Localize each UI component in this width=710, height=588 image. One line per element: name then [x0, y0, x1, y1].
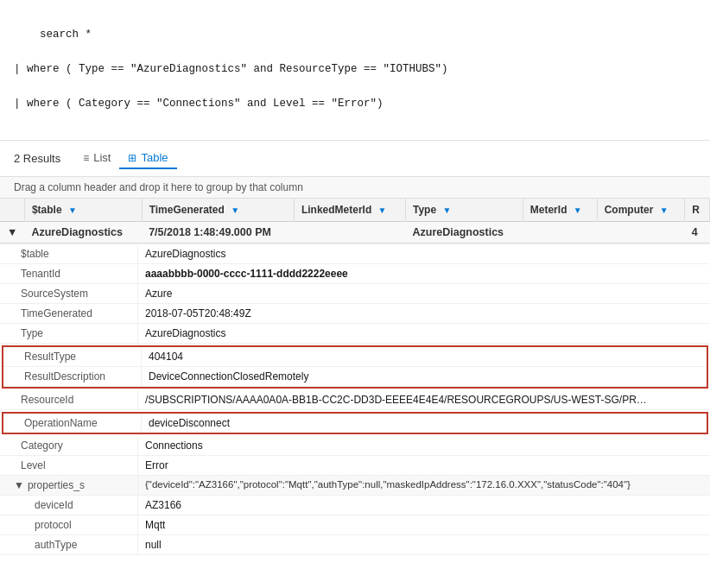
tab-table[interactable]: ⊞ Table	[119, 148, 176, 169]
detail-value-sourcesystem: Azure	[138, 284, 179, 303]
col-timegenerated[interactable]: TimeGenerated ▼	[142, 199, 294, 222]
detail-key-timegenerated: TimeGenerated	[0, 304, 138, 323]
query-line1: search *	[40, 28, 92, 41]
sub-detail-key-deviceid: deviceId	[0, 496, 138, 515]
query-area: search * | where ( Type == "AzureDiagnos…	[0, 0, 710, 141]
col-r[interactable]: R	[685, 199, 710, 222]
filter-linked-icon[interactable]: ▼	[378, 205, 387, 215]
results-count: 2 Results	[14, 152, 60, 165]
tab-table-label: Table	[141, 151, 168, 164]
query-line2: | where ( Type == "AzureDiagnostics" and…	[14, 63, 448, 75]
sub-detail-row-protocol: protocol Mqtt	[0, 515, 710, 535]
detail-section-row: $table AzureDiagnostics TenantId aaaabbb…	[0, 243, 710, 556]
detail-row-resultdesc: ResultDescription DeviceConnectionClosed…	[3, 367, 707, 387]
col-stable[interactable]: $table ▼	[24, 199, 142, 222]
detail-value-type: AzureDiagnostics	[138, 324, 232, 343]
filter-meter-icon[interactable]: ▼	[574, 205, 582, 215]
detail-row-resulttype: ResultType 404104	[3, 347, 707, 367]
detail-key-type: Type	[0, 324, 138, 343]
list-icon: ≡	[83, 152, 89, 164]
detail-key-resourceid: ResourceId	[0, 390, 138, 409]
results-table: $table ▼ TimeGenerated ▼ LinkedMeterId ▼…	[0, 199, 710, 555]
drag-hint: Drag a column header and drop it here to…	[0, 177, 710, 199]
detail-row-type: Type AzureDiagnostics	[0, 324, 710, 344]
group-computer-value	[597, 222, 685, 243]
group-stable-value: AzureDiagnostics	[24, 222, 142, 243]
detail-value-operationname: deviceDisconnect	[142, 414, 237, 433]
query-line3: | where ( Category == "Connections" and …	[14, 98, 384, 110]
sub-detail-value-protocol: Mqtt	[138, 515, 172, 534]
detail-row-operationname: OperationName deviceDisconnect	[3, 414, 707, 433]
sub-group-key-properties: ▼properties_s	[0, 476, 138, 495]
detail-row-stable: $table AzureDiagnostics	[0, 244, 710, 264]
detail-value-resultdesc: DeviceConnectionClosedRemotely	[142, 367, 315, 386]
group-type-value: AzureDiagnostics	[405, 222, 523, 243]
detail-row-resourceid: ResourceId /SUBSCRIPTIONS/AAAA0A0A-BB1B-…	[0, 390, 710, 410]
sub-detail-row-authtype: authType null	[0, 535, 710, 555]
detail-value-timegenerated: 2018-07-05T20:48:49Z	[138, 304, 258, 323]
detail-value-resulttype: 404104	[142, 347, 190, 366]
filter-type-icon[interactable]: ▼	[442, 205, 451, 215]
detail-row-category: Category Connections	[0, 436, 710, 456]
results-header: 2 Results ≡ List ⊞ Table	[0, 141, 710, 177]
detail-row-sourcesystem: SourceSystem Azure	[0, 284, 710, 304]
group-meter-value	[523, 222, 597, 243]
detail-key-tenantid: TenantId	[0, 264, 138, 283]
sub-group-row-properties: ▼properties_s {"deviceId":"AZ3166","prot…	[0, 476, 710, 496]
group-linked-value	[294, 222, 405, 243]
detail-row-level: Level Error	[0, 456, 710, 476]
tab-list-label: List	[93, 151, 111, 164]
col-meterid[interactable]: MeterId ▼	[523, 199, 597, 222]
detail-key-stable: $table	[0, 244, 138, 263]
detail-key-sourcesystem: SourceSystem	[0, 284, 138, 303]
sub-detail-row-deviceid: deviceId AZ3166	[0, 496, 710, 515]
detail-key-category: Category	[0, 436, 138, 455]
detail-row-tenantid: TenantId aaaabbbb-0000-cccc-1111-dddd222…	[0, 264, 710, 284]
highlighted-group-result: ResultType 404104 ResultDescription Devi…	[2, 345, 708, 389]
table-icon: ⊞	[128, 152, 136, 164]
detail-value-resourceid: /SUBSCRIPTIONS/AAAA0A0A-BB1B-CC2C-DD3D-E…	[138, 390, 656, 409]
sub-detail-value-deviceid: AZ3166	[138, 496, 188, 515]
highlighted-group-operation: OperationName deviceDisconnect	[2, 412, 708, 434]
filter-computer-icon[interactable]: ▼	[660, 205, 669, 215]
sub-group-expand-icon[interactable]: ▼	[14, 479, 24, 491]
sub-group-value-properties: {"deviceId":"AZ3166","protocol":"Mqtt","…	[138, 476, 637, 495]
sub-detail-value-authtype: null	[138, 535, 168, 554]
table-header-row: $table ▼ TimeGenerated ▼ LinkedMeterId ▼…	[0, 199, 710, 222]
group-time-value: 7/5/2018 1:48:49.000 PM	[142, 222, 294, 243]
table-container: $table ▼ TimeGenerated ▼ LinkedMeterId ▼…	[0, 199, 710, 555]
filter-stable-icon[interactable]: ▼	[68, 205, 77, 215]
detail-key-operationname: OperationName	[3, 414, 142, 433]
detail-value-tenantid: aaaabbbb-0000-cccc-1111-dddd2222eeee	[138, 264, 355, 283]
detail-value-stable: AzureDiagnostics	[138, 244, 232, 263]
detail-value-category: Connections	[138, 436, 210, 455]
tab-list[interactable]: ≡ List	[74, 148, 119, 169]
detail-value-level: Error	[138, 456, 175, 475]
col-type[interactable]: Type ▼	[405, 199, 523, 222]
col-computer[interactable]: Computer ▼	[597, 199, 685, 222]
expand-col-header	[0, 199, 24, 222]
group-expand-icon[interactable]: ▼	[0, 222, 24, 243]
sub-detail-key-protocol: protocol	[0, 515, 138, 534]
sub-detail-key-authtype: authType	[0, 535, 138, 554]
detail-key-resultdesc: ResultDescription	[3, 367, 142, 386]
group-r-value: 4	[685, 222, 710, 243]
detail-row-timegenerated: TimeGenerated 2018-07-05T20:48:49Z	[0, 304, 710, 324]
detail-key-resulttype: ResultType	[3, 347, 142, 366]
inline-detail-container: $table AzureDiagnostics TenantId aaaabbb…	[0, 243, 710, 555]
detail-key-level: Level	[0, 456, 138, 475]
group-row-azurediag: ▼ AzureDiagnostics 7/5/2018 1:48:49.000 …	[0, 222, 710, 243]
tab-group: ≡ List ⊞ Table	[74, 148, 176, 169]
col-linkedmeterid[interactable]: LinkedMeterId ▼	[294, 199, 405, 222]
filter-time-icon[interactable]: ▼	[231, 205, 239, 215]
